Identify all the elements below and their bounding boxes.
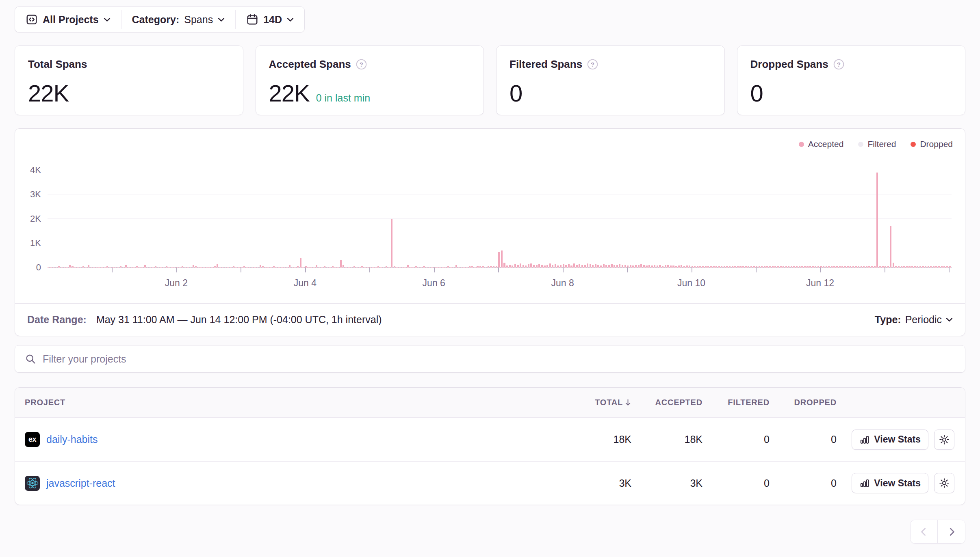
category-selector[interactable]: Category: Spans <box>121 7 236 32</box>
filtered-dot-icon <box>858 142 863 147</box>
project-link[interactable]: daily-habits <box>46 434 98 445</box>
view-stats-button[interactable]: View Stats <box>852 473 928 493</box>
help-icon[interactable]: ? <box>833 59 844 70</box>
chevron-down-icon <box>287 17 294 22</box>
chevron-down-icon <box>104 17 111 22</box>
stats-page: All Projects Category: Spans 14D Total S… <box>0 0 980 557</box>
view-stats-button[interactable]: View Stats <box>852 430 928 450</box>
project-settings-button[interactable] <box>934 473 954 493</box>
total-cell: 3K <box>560 477 631 489</box>
date-range-text: May 31 11:00 AM — Jun 14 12:00 PM (-04:0… <box>96 314 382 326</box>
project-link[interactable]: javascript-react <box>46 477 115 489</box>
pagination-row <box>15 520 965 544</box>
expo-icon: ex <box>25 432 40 447</box>
total-cell: 18K <box>560 434 631 445</box>
filtered-spans-card: Filtered Spans ? 0 <box>496 45 725 115</box>
filtered-cell: 0 <box>702 434 770 445</box>
date-range-selector[interactable]: 14D <box>236 7 304 32</box>
header-accepted-sort[interactable]: ACCEPTED <box>631 398 702 407</box>
bar-chart-icon <box>859 478 870 488</box>
project-selector-label: All Projects <box>43 14 99 26</box>
bar-chart-icon <box>859 434 870 445</box>
stat-cards-row: Total Spans 22K Accepted Spans ? 22K 0 i… <box>15 45 965 115</box>
sort-desc-icon <box>624 399 631 406</box>
dropped-dot-icon <box>911 142 916 147</box>
chevron-down-icon <box>946 317 953 322</box>
header-dropped-sort[interactable]: DROPPED <box>770 398 837 407</box>
type-label: Type: <box>875 314 901 326</box>
svg-text:?: ? <box>591 61 594 68</box>
project-selector[interactable]: All Projects <box>15 7 121 32</box>
dropped-cell: 0 <box>770 477 837 489</box>
calendar-icon <box>246 13 258 26</box>
accepted-cell: 3K <box>631 477 702 489</box>
accepted-dot-icon <box>799 142 804 147</box>
table-header-row: PROJECT TOTAL ACCEPTED FILTERED DROPPED <box>15 388 965 418</box>
chart-footer: Date Range: May 31 11:00 AM — Jun 14 12:… <box>15 303 965 336</box>
search-icon <box>25 353 36 365</box>
card-title: Accepted Spans <box>269 58 351 71</box>
next-page-button[interactable] <box>938 520 965 543</box>
category-value: Spans <box>184 14 213 26</box>
gear-icon <box>939 434 950 445</box>
category-label: Category: <box>132 14 180 26</box>
filtered-spans-value: 0 <box>510 80 522 107</box>
legend-filtered[interactable]: Filtered <box>858 139 896 149</box>
total-spans-value: 22K <box>28 80 69 107</box>
dropped-spans-card: Dropped Spans ? 0 <box>737 45 966 115</box>
gear-icon <box>939 477 950 489</box>
chevron-down-icon <box>218 17 225 22</box>
legend-dropped[interactable]: Dropped <box>911 139 953 149</box>
chevron-right-icon <box>947 527 956 536</box>
table-row: ex daily-habits 18K 18K 0 0 View Stats <box>15 418 965 461</box>
dropped-cell: 0 <box>770 434 837 445</box>
header-total-sort[interactable]: TOTAL <box>560 398 631 407</box>
chevron-left-icon <box>919 527 928 536</box>
type-selector[interactable]: Type: Periodic <box>875 314 953 326</box>
table-row: javascript-react 3K 3K 0 0 View Stats <box>15 461 965 505</box>
usage-chart: Accepted Filtered Dropped 01K2K3K4KJun 2… <box>15 129 965 303</box>
prev-page-button[interactable] <box>911 520 938 543</box>
chart-plot: 01K2K3K4KJun 2Jun 4Jun 6Jun 8Jun 10Jun 1… <box>48 170 952 268</box>
help-icon[interactable]: ? <box>587 59 598 70</box>
projects-table: PROJECT TOTAL ACCEPTED FILTERED DROPPED … <box>15 387 965 505</box>
type-value: Periodic <box>905 314 942 326</box>
usage-chart-card: Accepted Filtered Dropped 01K2K3K4KJun 2… <box>15 128 965 336</box>
card-title: Total Spans <box>28 58 87 71</box>
card-title: Dropped Spans <box>750 58 828 71</box>
header-project: PROJECT <box>25 398 560 407</box>
accepted-spans-value: 22K <box>269 80 310 107</box>
react-icon <box>25 476 40 491</box>
svg-text:?: ? <box>360 61 363 68</box>
date-range-label: Date Range: <box>27 314 87 326</box>
filtered-cell: 0 <box>702 477 770 489</box>
accepted-spans-card: Accepted Spans ? 22K 0 in last min <box>256 45 484 115</box>
help-icon[interactable]: ? <box>356 59 367 70</box>
accepted-cell: 18K <box>631 434 702 445</box>
project-settings-button[interactable] <box>934 430 954 450</box>
dropped-spans-value: 0 <box>750 80 763 107</box>
chart-legend: Accepted Filtered Dropped <box>799 139 953 149</box>
total-spans-card: Total Spans 22K <box>15 45 243 115</box>
svg-text:?: ? <box>837 61 841 68</box>
date-range-value: 14D <box>263 14 282 26</box>
legend-accepted[interactable]: Accepted <box>799 139 844 149</box>
header-filtered-sort[interactable]: FILTERED <box>702 398 770 407</box>
project-filter-bar <box>15 345 965 373</box>
projects-icon <box>26 13 38 26</box>
card-title: Filtered Spans <box>510 58 582 71</box>
pagination <box>910 520 965 544</box>
filter-toolbar: All Projects Category: Spans 14D <box>15 6 305 32</box>
accepted-last-min: 0 in last min <box>316 92 370 104</box>
project-filter-input[interactable] <box>43 353 955 365</box>
